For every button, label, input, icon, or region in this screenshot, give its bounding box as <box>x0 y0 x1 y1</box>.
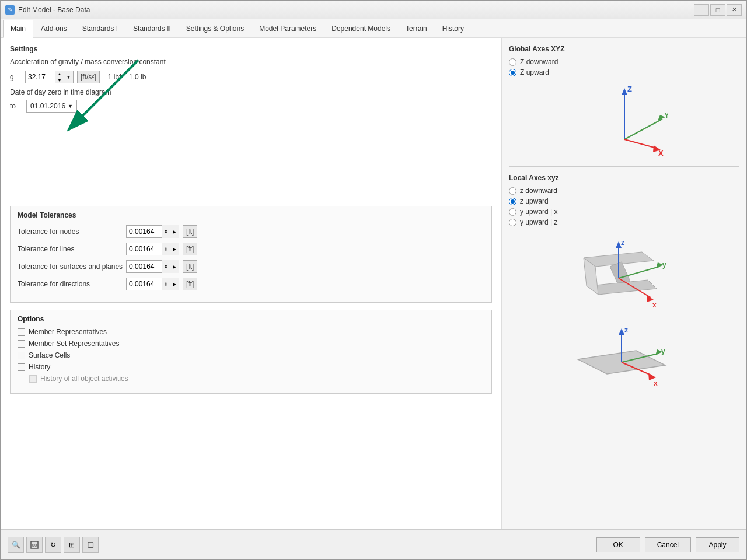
tol-surfaces-row: Tolerance for surfaces and planes ⇕ ▶ [f… <box>18 260 484 273</box>
tab-history[interactable]: History <box>435 19 472 37</box>
opt-history-checkbox[interactable] <box>18 363 25 371</box>
opt-member-rep-label: Member Representatives <box>29 328 107 336</box>
tab-main[interactable]: Main <box>3 20 33 38</box>
tab-standards2[interactable]: Standards II <box>125 19 179 37</box>
date-selector[interactable]: 01.01.2016 ▼ <box>26 100 77 113</box>
tol-lines-input[interactable] <box>127 245 162 253</box>
rotate-icon-btn[interactable]: ↻ <box>45 537 61 553</box>
title-bar: ✎ Edit Model - Base Data ─ □ ✕ <box>1 1 746 19</box>
opt-member-set-rep-label: Member Set Representatives <box>29 340 119 348</box>
gravity-spin-down[interactable]: ▼ <box>55 77 64 83</box>
svg-line-7 <box>624 139 657 148</box>
local-axes-section: Local Axes xyz z downward z upward <box>509 174 739 388</box>
local-z-up-radio[interactable] <box>509 198 516 205</box>
apply-button[interactable]: Apply <box>696 537 739 552</box>
counter-icon-btn[interactable]: 00 <box>26 537 43 553</box>
svg-line-4 <box>624 119 662 139</box>
main-content: Settings Acceleration of gravity / mass … <box>1 38 746 529</box>
minimize-button[interactable]: ─ <box>694 4 709 16</box>
tab-standards1[interactable]: Standards I <box>75 19 125 37</box>
local-y-up-z-row: y upward | z <box>509 218 557 226</box>
date-to-label: to <box>10 102 22 110</box>
opt-history-row: History <box>18 363 484 371</box>
tab-model-params[interactable]: Model Parameters <box>252 19 324 37</box>
local-z-down-radio[interactable] <box>509 187 516 195</box>
local-y-up-z-radio[interactable] <box>509 219 516 226</box>
gravity-spin: ▲ ▼ <box>55 71 64 83</box>
tol-surfaces-spin[interactable]: ⇕ <box>162 260 170 273</box>
gravity-input[interactable] <box>26 71 55 83</box>
search-icon-btn[interactable]: 🔍 <box>8 537 24 553</box>
global-z-up-label: Z upward <box>520 68 549 76</box>
tab-terrain[interactable]: Terrain <box>398 19 435 37</box>
tol-lines-input-container: ⇕ ▶ <box>126 243 179 256</box>
tol-lines-unit: [ft] <box>183 243 197 256</box>
gravity-dropdown[interactable]: ▼ <box>64 71 73 83</box>
opt-history-all-checkbox[interactable] <box>29 375 37 383</box>
opt-member-set-rep-checkbox[interactable] <box>18 340 25 348</box>
svg-text:x: x <box>654 379 658 387</box>
tol-directions-label: Tolerance for directions <box>18 280 123 288</box>
tol-directions-arrows: ⇕ ▶ <box>162 278 179 290</box>
svg-marker-2 <box>622 88 627 95</box>
settings-header: Settings <box>10 45 492 53</box>
tab-addons[interactable]: Add-ons <box>33 19 75 37</box>
bottom-bar: 🔍 00 ↻ ⊞ ❑ OK Cancel Apply <box>1 529 746 559</box>
maximize-button[interactable]: □ <box>710 4 725 16</box>
window-title: Edit Model - Base Data <box>18 6 694 14</box>
local-z-up-dot <box>511 200 515 204</box>
tol-surfaces-arrows: ⇕ ▶ <box>162 260 179 273</box>
tol-directions-arrow-right[interactable]: ▶ <box>170 278 179 290</box>
close-button[interactable]: ✕ <box>727 4 742 16</box>
local-axes-radios: z downward z upward y upward | x <box>509 187 557 229</box>
gravity-spin-up[interactable]: ▲ <box>55 71 64 77</box>
gravity-unit: [ft/s²] <box>77 71 100 83</box>
ok-button[interactable]: OK <box>596 537 640 552</box>
tol-directions-input[interactable] <box>127 280 162 288</box>
global-z-down-row: Z downward <box>509 58 739 66</box>
cancel-button[interactable]: Cancel <box>645 537 691 552</box>
tab-settings-options[interactable]: Settings & Options <box>179 19 252 37</box>
local-y-up-x-radio[interactable] <box>509 208 516 216</box>
app-icon: ✎ <box>5 5 15 15</box>
opt-member-rep-checkbox[interactable] <box>18 328 25 336</box>
left-panel: Settings Acceleration of gravity / mass … <box>1 38 501 529</box>
local-z-up-label: z upward <box>520 197 549 205</box>
tol-nodes-arrow-right[interactable]: ▶ <box>170 225 179 238</box>
tol-directions-spin[interactable]: ⇕ <box>162 278 170 290</box>
global-z-up-radio[interactable] <box>509 69 516 76</box>
tol-directions-row: Tolerance for directions ⇕ ▶ [ft] <box>18 278 484 290</box>
tol-nodes-arrows: ⇕ ▶ <box>162 225 179 238</box>
window-controls: ─ □ ✕ <box>694 4 742 16</box>
local-z-down-label: z downward <box>520 187 557 195</box>
opt-history-all-label: History of all object activities <box>40 374 128 383</box>
local-y-up-z-label: y upward | z <box>520 218 557 226</box>
local-axes-content: z downward z upward y upward | x <box>509 187 739 229</box>
tol-lines-arrow-right[interactable]: ▶ <box>170 243 179 256</box>
spacer <box>10 124 492 206</box>
tol-lines-spin[interactable]: ⇕ <box>162 243 170 256</box>
opt-member-rep-row: Member Representatives <box>18 328 484 336</box>
tab-bar: Main Add-ons Standards I Standards II Se… <box>1 19 746 38</box>
tol-surfaces-input[interactable] <box>127 262 162 271</box>
tab-dependent-models[interactable]: Dependent Models <box>324 19 398 37</box>
svg-text:z: z <box>624 326 628 334</box>
tol-nodes-input[interactable] <box>127 228 162 236</box>
copy-icon-btn[interactable]: ❑ <box>82 537 99 553</box>
tol-surfaces-input-container: ⇕ ▶ <box>126 260 179 273</box>
global-z-down-radio[interactable] <box>509 58 516 66</box>
ibeam-diagram: z y x <box>566 235 683 316</box>
tolerances-group: Model Tolerances Tolerance for nodes ⇕ ▶… <box>10 206 492 303</box>
opt-surface-cells-checkbox[interactable] <box>18 352 25 359</box>
tol-nodes-spin[interactable]: ⇕ <box>162 225 170 238</box>
tol-directions-input-container: ⇕ ▶ <box>126 278 179 290</box>
date-value: 01.01.2016 <box>30 102 65 110</box>
gravity-row: g ▲ ▼ ▼ [ft/s²] 1 lbf = 1.0 lb <box>10 71 492 83</box>
tol-nodes-input-container: ⇕ ▶ <box>126 225 179 238</box>
tol-surfaces-arrow-right[interactable]: ▶ <box>170 260 179 273</box>
tol-lines-arrows: ⇕ ▶ <box>162 243 179 256</box>
options-group: Options Member Representatives Member Se… <box>10 310 492 394</box>
grid-icon-btn[interactable]: ⊞ <box>64 537 80 553</box>
opt-surface-cells-label: Surface Cells <box>29 351 70 359</box>
options-header: Options <box>18 315 484 323</box>
